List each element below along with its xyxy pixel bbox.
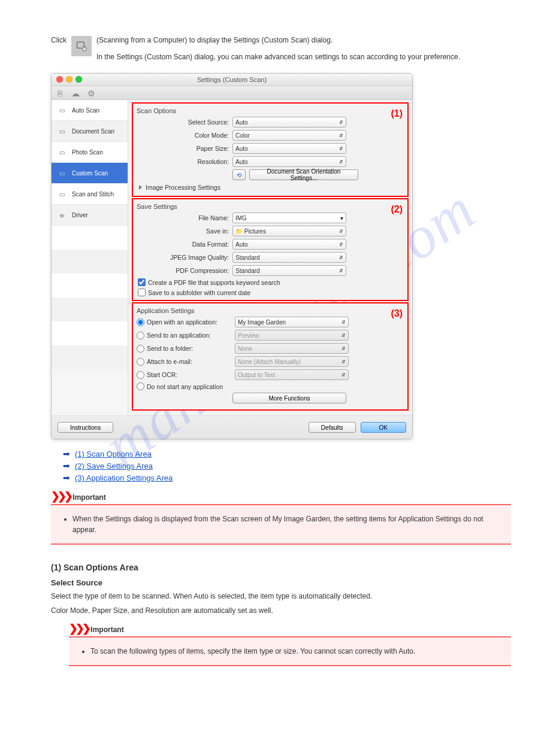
chevron-updown-icon: ⇵: [341, 333, 346, 338]
chevron-updown-icon: ⇵: [339, 146, 343, 151]
nested-important-block: ❯❯❯ Important To scan the following type…: [69, 622, 511, 666]
keyword-search-label: Create a PDF file that supports keyword …: [148, 279, 280, 286]
open-app-label: Open with an application:: [147, 318, 217, 326]
sidebar-item-label: Document Scan: [72, 128, 114, 135]
app-settings-header: Application Settings: [137, 307, 404, 314]
pdf-compression-dropdown[interactable]: Standard⇵: [232, 265, 346, 276]
orientation-settings-button[interactable]: Document Scan Orientation Settings...: [249, 169, 358, 180]
revert-button[interactable]: ⟲: [232, 169, 246, 180]
save-settings-header: Save Settings: [137, 203, 404, 210]
scan-from-computer-icon: [71, 36, 92, 56]
sidebar-item-document-scan[interactable]: ▭Document Scan: [52, 121, 128, 142]
tab-settings-icon[interactable]: ⚙: [86, 89, 96, 98]
maximize-icon[interactable]: [75, 76, 82, 83]
sidebar-item-custom-scan[interactable]: ▭Custom Scan: [52, 163, 128, 184]
section-scan-options: (1) Scan Options Area: [51, 563, 511, 572]
instructions-button[interactable]: Instructions: [58, 422, 113, 433]
sidebar-item-auto-scan[interactable]: ▭Auto Scan: [52, 100, 128, 121]
ocr-dropdown[interactable]: Output to Text⇵: [235, 369, 349, 380]
close-icon[interactable]: [56, 76, 63, 83]
data-format-dropdown[interactable]: Auto⇵: [232, 239, 346, 250]
disclosure-triangle-icon: [139, 185, 142, 190]
annotation-2: (2): [391, 204, 403, 215]
annotation-3: (3): [391, 308, 403, 319]
image-processing-toggle[interactable]: Image Processing Settings: [139, 184, 404, 191]
svg-point-1: [83, 47, 87, 51]
data-format-label: Data Format:: [137, 241, 232, 248]
resolution-label: Resolution:: [137, 158, 232, 165]
chevron-updown-icon: ⇵: [339, 268, 343, 274]
send-app-label: Send to an application:: [147, 332, 211, 339]
svg-rect-0: [77, 42, 84, 48]
window-title: Settings (Custom Scan): [197, 76, 267, 83]
jpeg-quality-label: JPEG Image Quality:: [137, 254, 232, 261]
ocr-radio[interactable]: [137, 371, 144, 379]
sidebar-item-driver[interactable]: ⌯Driver: [52, 205, 128, 226]
no-app-radio[interactable]: [137, 382, 144, 390]
open-app-radio[interactable]: [137, 318, 144, 326]
minimize-icon[interactable]: [66, 76, 72, 83]
custom-scan-icon: ▭: [56, 169, 67, 177]
chevron-updown-icon: ⇵: [339, 133, 343, 138]
tab-computer-icon[interactable]: ⎘: [55, 89, 65, 98]
sidebar-item-label: Driver: [72, 212, 88, 218]
important-label: Important: [72, 493, 105, 502]
scan-options-panel: (1) Scan Options Select Source:Auto⇵ Col…: [132, 102, 409, 197]
subfolder-label: Save to a subfolder with current date: [148, 289, 250, 296]
link-save-settings[interactable]: (2) Save Settings Area: [75, 462, 153, 470]
arrow-icon: ➡: [63, 461, 70, 470]
save-in-dropdown[interactable]: 📁 Pictures⇵: [232, 226, 346, 236]
link-app-settings[interactable]: (3) Application Settings Area: [75, 473, 173, 482]
color-mode-dropdown[interactable]: Color⇵: [232, 130, 346, 141]
send-app-dropdown[interactable]: Preview⇵: [235, 330, 349, 341]
open-app-dropdown[interactable]: My Image Garden⇵: [235, 317, 349, 327]
important-chevrons-icon: ❯❯❯: [69, 623, 89, 634]
intro-before: Click: [51, 36, 67, 44]
links-block: ➡(1) Scan Options Area ➡(2) Save Setting…: [63, 449, 511, 482]
file-name-input[interactable]: IMG▾: [232, 212, 346, 223]
send-folder-radio[interactable]: [137, 345, 144, 353]
chevron-updown-icon: ⇵: [339, 255, 343, 260]
paper-size-label: Paper Size:: [137, 145, 232, 152]
important-label-2: Important: [90, 626, 123, 634]
more-functions-button[interactable]: More Functions: [232, 393, 346, 403]
select-source-heading: Select Source: [51, 578, 511, 587]
subfolder-checkbox[interactable]: [138, 289, 146, 296]
send-folder-label: Send to a folder:: [147, 345, 193, 352]
sidebar-item-photo-scan[interactable]: ▭Photo Scan: [52, 142, 128, 163]
stitch-icon: ▭: [56, 190, 67, 198]
annotation-1: (1): [391, 108, 403, 119]
nested-important-box: To scan the following types of items, sp…: [69, 636, 511, 666]
document-scan-icon: ▭: [56, 127, 67, 135]
no-app-label: Do not start any application: [147, 383, 223, 390]
important-chevrons-icon: ❯❯❯: [51, 490, 71, 502]
folder-icon: 📁: [235, 228, 243, 235]
select-source-dropdown[interactable]: Auto⇵: [232, 117, 346, 127]
send-app-radio[interactable]: [137, 332, 144, 339]
arrow-icon: ➡: [63, 449, 70, 459]
toolbar: ⎘ ☁ ⚙: [52, 86, 412, 100]
chevron-updown-icon: ⇵: [341, 346, 346, 351]
ok-button[interactable]: OK: [361, 422, 406, 433]
dialog-footer: Instructions Defaults OK: [52, 415, 412, 439]
defaults-button[interactable]: Defaults: [309, 422, 356, 433]
jpeg-quality-dropdown[interactable]: Standard⇵: [232, 252, 346, 263]
select-source-body: Select the type of item to be scanned. W…: [51, 591, 511, 602]
keyword-search-checkbox[interactable]: [138, 278, 146, 286]
email-radio[interactable]: [137, 358, 144, 366]
chevron-updown-icon: ⇵: [339, 120, 343, 125]
photo-scan-icon: ▭: [56, 148, 67, 156]
paper-size-dropdown[interactable]: Auto⇵: [232, 143, 346, 154]
resolution-dropdown[interactable]: Auto⇵: [232, 156, 346, 167]
email-dropdown[interactable]: None (Attach Manually)⇵: [235, 356, 349, 367]
sidebar-item-label: Scan and Stitch: [72, 191, 114, 198]
save-settings-panel: (2) Save Settings File Name:IMG▾ Save in…: [132, 198, 409, 301]
chevron-updown-icon: ⇵: [339, 242, 343, 247]
chevron-updown-icon: ⇵: [341, 320, 346, 325]
arrow-icon: ➡: [63, 473, 70, 482]
sidebar-item-scan-stitch[interactable]: ▭Scan and Stitch: [52, 184, 128, 205]
link-scan-options[interactable]: (1) Scan Options Area: [75, 450, 152, 459]
tab-cloud-icon[interactable]: ☁: [71, 89, 80, 98]
send-folder-dropdown[interactable]: None⇵: [235, 343, 349, 354]
scan-options-header: Scan Options: [137, 107, 404, 114]
